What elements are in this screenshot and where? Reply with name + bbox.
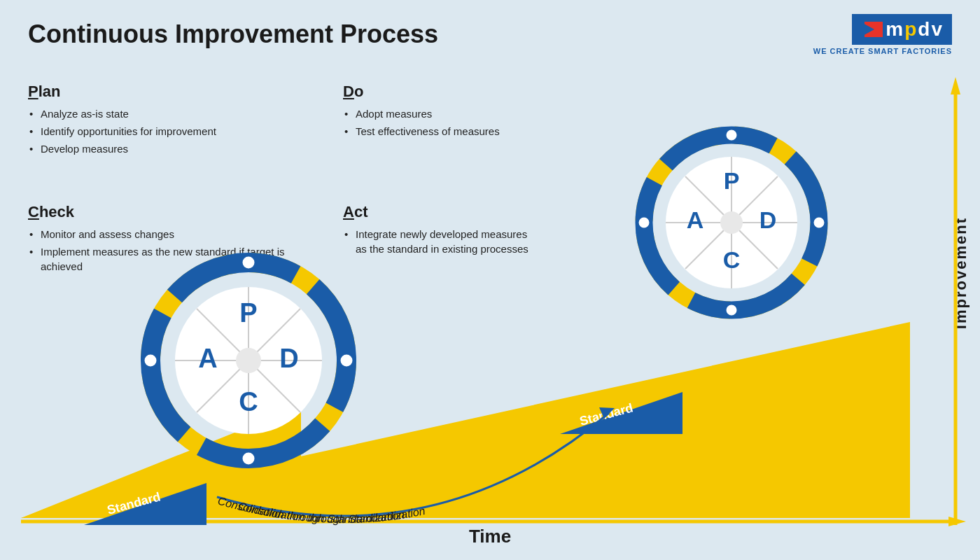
act-bold-letter: A	[343, 203, 354, 220]
logo-text: mpdv	[886, 18, 944, 41]
pdca-wheel-1: P D C A	[144, 255, 354, 465]
do-list: Adopt measures Test effectiveness of mea…	[343, 106, 637, 139]
plan-list: Analyze as-is state Identify opportuniti…	[28, 106, 322, 156]
wheel1-d1-line	[197, 309, 300, 412]
do-item-2: Test effectiveness of measures	[343, 124, 637, 139]
check-bold-letter: C	[28, 203, 39, 220]
improvement-text: Improvement	[952, 217, 970, 329]
standard-label-1: Standard	[106, 489, 162, 517]
consolidation-label: Consolidation through Standardization	[216, 495, 405, 525]
improvement-label: Improvement	[952, 98, 970, 448]
logo-flag-icon	[860, 22, 883, 37]
section-do: Do Adopt measures Test effectiveness of …	[343, 83, 637, 141]
time-label: Time	[469, 526, 511, 547]
check-list: Monitor and assess changes Implement mea…	[28, 227, 322, 274]
plan-item-3: Develop measures	[28, 141, 322, 156]
wheel1-a-label: A	[198, 344, 217, 373]
section-check: Check Monitor and assess changes Impleme…	[28, 203, 322, 276]
plan-item-2: Identify opportunities for improvement	[28, 124, 322, 139]
svg-rect-2	[860, 22, 864, 37]
wheel2-center-circle	[720, 211, 743, 234]
logo-area: mpdv WE CREATE SMART FACTORIES	[813, 14, 952, 55]
act-title: Act	[343, 203, 637, 221]
wheel2-blue-arc-1	[644, 135, 819, 310]
wheel2-dot-right	[813, 216, 825, 229]
wheel2-dot-top	[725, 129, 738, 141]
wheel2-inner-circle	[666, 157, 797, 288]
wheel1-inner-circle	[175, 287, 322, 434]
consolidation-text-path: Consolidation through Standardization	[237, 500, 426, 525]
section-plan: Plan Analyze as-is state Identify opport…	[28, 83, 322, 159]
wheel2-p-label: P	[724, 167, 740, 194]
wheel2-yellow-arc-2	[644, 135, 819, 310]
consolidation-arrow-head	[599, 407, 615, 419]
wheel1-center-circle	[236, 348, 261, 373]
wheel1-d-label: D	[279, 344, 298, 373]
wheel1-blue-arc-2	[150, 262, 346, 458]
standard-banner-1	[84, 483, 206, 525]
yellow-ramp	[21, 322, 910, 518]
check-item-2: Implement measures as the new standard i…	[28, 244, 322, 274]
wheel2-d2-line	[685, 176, 778, 269]
wheel2-yellow-arc-1	[644, 135, 819, 310]
plan-item-1: Analyze as-is state	[28, 106, 322, 121]
time-axis-arrow	[948, 517, 966, 526]
wheel2-blue-arc-2	[644, 135, 819, 310]
consolidation-arrow-path	[217, 413, 609, 516]
wheel1-d2-line	[197, 309, 300, 412]
wheel1-dot-bottom	[241, 451, 255, 465]
act-list: Integrate newly developed measuresas the…	[343, 227, 637, 256]
wheel1-yellow-arc-1	[150, 262, 346, 458]
do-item-1: Adopt measures	[343, 106, 637, 121]
wheel1-yellow-arc-2	[150, 262, 346, 458]
act-item-1: Integrate newly developed measuresas the…	[343, 227, 637, 256]
plan-bold-letter: P	[28, 83, 38, 100]
wheel2-dot-left	[638, 216, 650, 229]
main-container: Continuous Improvement Process mpdv WE C…	[0, 0, 980, 560]
page-title: Continuous Improvement Process	[28, 20, 438, 49]
logo-subtitle: WE CREATE SMART FACTORIES	[813, 47, 952, 55]
yellow-ramp-left	[21, 406, 301, 518]
wheel2-d1-line	[685, 176, 778, 269]
do-bold-letter: D	[343, 83, 354, 100]
wheel2-d-label: D	[760, 206, 777, 233]
pdca-wheel-2: P D C A	[638, 129, 825, 316]
standard-label-2: Standard	[578, 400, 635, 428]
improvement-axis-arrow	[951, 77, 960, 94]
logo-box: mpdv	[852, 14, 952, 45]
standard-banner-2	[560, 392, 682, 434]
section-act: Act Integrate newly developed measuresas…	[343, 203, 637, 259]
check-item-1: Monitor and assess changes	[28, 227, 322, 241]
wheel1-dot-left	[144, 354, 158, 368]
wheel2-a-label: A	[687, 206, 704, 233]
check-title: Check	[28, 203, 322, 221]
wheel1-blue-arc-1	[150, 262, 346, 458]
wheel2-dot-bottom	[725, 304, 738, 316]
do-title: Do	[343, 83, 637, 101]
plan-title: Plan	[28, 83, 322, 101]
wheel2-c-label: C	[723, 246, 741, 273]
wheel1-p-label: P	[239, 298, 257, 328]
wheel1-dot-right	[340, 354, 354, 368]
wheel1-c-label: C	[239, 387, 258, 416]
